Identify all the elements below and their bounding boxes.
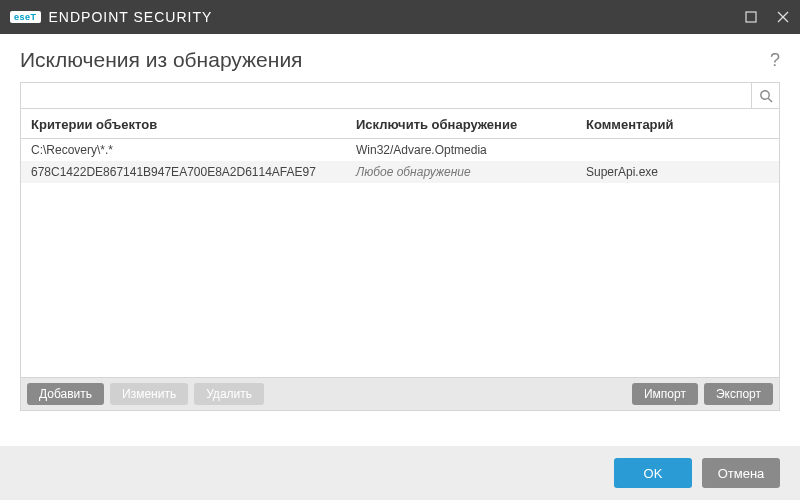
svg-point-3 bbox=[760, 90, 768, 98]
search-row bbox=[21, 83, 779, 109]
exclusions-panel: Критерии объектов Исключить обнаружение … bbox=[20, 82, 780, 411]
table-body: C:\Recovery\*.*Win32/Advare.Optmedia678C… bbox=[21, 139, 779, 377]
ok-button[interactable]: OK bbox=[614, 458, 692, 488]
table-row[interactable]: 678C1422DE867141B947EA700E8A2D6114AFAE97… bbox=[21, 161, 779, 183]
export-button[interactable]: Экспорт bbox=[704, 383, 773, 405]
col-criteria[interactable]: Критерии объектов bbox=[21, 109, 346, 139]
exclusions-table-head: Критерии объектов Исключить обнаружение … bbox=[21, 109, 779, 139]
content-area: Критерии объектов Исключить обнаружение … bbox=[0, 82, 800, 411]
minimize-button[interactable] bbox=[744, 10, 758, 24]
minimize-icon bbox=[745, 11, 757, 23]
cell-comment bbox=[576, 139, 779, 161]
cell-criteria: 678C1422DE867141B947EA700E8A2D6114AFAE97 bbox=[21, 161, 346, 183]
action-bar: Добавить Изменить Удалить Импорт Экспорт bbox=[21, 377, 779, 410]
help-button[interactable]: ? bbox=[770, 50, 780, 71]
page-title: Исключения из обнаружения bbox=[20, 48, 303, 72]
search-input[interactable] bbox=[21, 83, 751, 108]
col-comment[interactable]: Комментарий bbox=[576, 109, 779, 139]
cell-criteria: C:\Recovery\*.* bbox=[21, 139, 346, 161]
close-window-button[interactable] bbox=[776, 10, 790, 24]
window-controls bbox=[744, 10, 790, 24]
svg-line-4 bbox=[768, 98, 772, 102]
search-button[interactable] bbox=[751, 83, 779, 108]
cell-exclude: Win32/Advare.Optmedia bbox=[346, 139, 576, 161]
svg-rect-0 bbox=[746, 12, 756, 22]
cell-exclude: Любое обнаружение bbox=[346, 161, 576, 183]
brand-name: ENDPOINT SECURITY bbox=[49, 9, 213, 25]
cancel-button[interactable]: Отмена bbox=[702, 458, 780, 488]
close-icon bbox=[777, 11, 789, 23]
col-exclude[interactable]: Исключить обнаружение bbox=[346, 109, 576, 139]
exclusions-table-body: C:\Recovery\*.*Win32/Advare.Optmedia678C… bbox=[21, 139, 779, 183]
search-icon bbox=[759, 89, 773, 103]
delete-button[interactable]: Удалить bbox=[194, 383, 264, 405]
cell-comment: SuperApi.exe bbox=[576, 161, 779, 183]
brand-badge: eseT bbox=[10, 11, 41, 23]
dialog-footer: OK Отмена bbox=[0, 446, 800, 500]
table-row[interactable]: C:\Recovery\*.*Win32/Advare.Optmedia bbox=[21, 139, 779, 161]
import-button[interactable]: Импорт bbox=[632, 383, 698, 405]
page-header: Исключения из обнаружения ? bbox=[0, 34, 800, 82]
edit-button[interactable]: Изменить bbox=[110, 383, 188, 405]
title-bar: eseT ENDPOINT SECURITY bbox=[0, 0, 800, 34]
add-button[interactable]: Добавить bbox=[27, 383, 104, 405]
